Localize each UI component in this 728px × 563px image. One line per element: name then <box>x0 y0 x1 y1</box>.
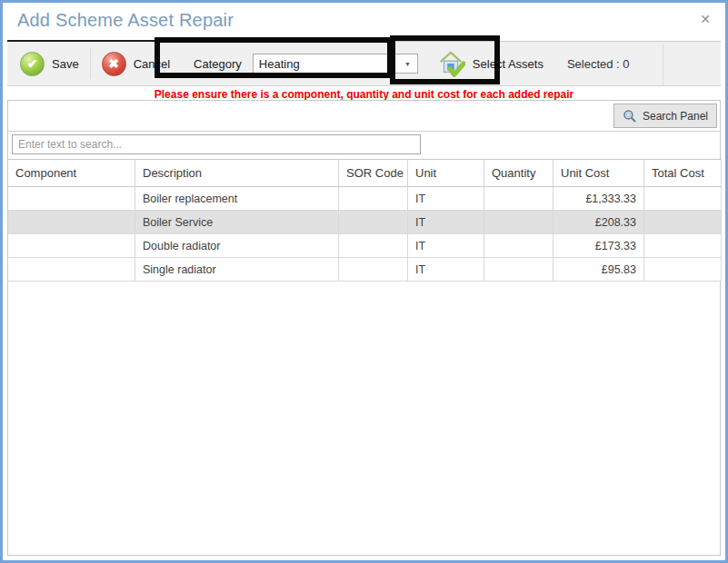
cell-description[interactable]: Double radiator <box>135 234 339 258</box>
cell-total-cost[interactable] <box>644 234 722 258</box>
repairs-table: Component Description SOR Code Unit Quan… <box>7 159 722 282</box>
cell-quantity[interactable] <box>484 211 553 234</box>
table-header-row: Component Description SOR Code Unit Quan… <box>8 160 722 187</box>
save-button[interactable]: ✔ Save <box>16 42 83 85</box>
cell-unit[interactable]: IT <box>408 187 484 211</box>
cell-sor-code[interactable] <box>339 234 408 258</box>
chevron-down-icon[interactable]: ▼ <box>398 61 417 67</box>
column-header-component[interactable]: Component <box>8 160 135 187</box>
cell-unit-cost[interactable]: £173.33 <box>553 234 644 258</box>
save-label: Save <box>52 57 79 71</box>
table-row[interactable]: Single radiator IT £95.83 <box>8 258 722 282</box>
cell-component[interactable] <box>8 211 135 234</box>
search-panel-label: Search Panel <box>643 110 708 123</box>
cell-sor-code[interactable] <box>339 187 408 211</box>
category-dropdown[interactable]: Heating ▼ <box>253 54 418 74</box>
cell-quantity[interactable] <box>484 258 553 282</box>
cell-description[interactable]: Single radiator <box>135 258 339 282</box>
column-header-unit[interactable]: Unit <box>408 160 484 187</box>
column-header-sor-code[interactable]: SOR Code <box>339 160 408 187</box>
search-input[interactable] <box>12 134 421 154</box>
selected-count: Selected : 0 <box>567 57 630 71</box>
cell-component[interactable] <box>8 258 135 282</box>
grid-panel: Search Panel Component Description SOR C… <box>7 100 721 556</box>
warning-message: Please ensure there is a component, quan… <box>3 88 725 101</box>
cell-quantity[interactable] <box>484 187 553 211</box>
table-row[interactable]: Double radiator IT £173.33 <box>8 234 722 258</box>
cross-glyph: ✖ <box>108 56 119 71</box>
toolbar-separator <box>90 48 91 79</box>
table-row[interactable]: Boiler replacement IT £1,333.33 <box>8 187 722 211</box>
category-label: Category <box>194 57 242 71</box>
cell-unit-cost[interactable]: £95.83 <box>553 258 644 282</box>
category-value: Heating <box>254 57 398 71</box>
cell-total-cost[interactable] <box>644 211 722 234</box>
cell-sor-code[interactable] <box>339 258 408 282</box>
house-check-icon <box>436 49 465 78</box>
dialog-add-scheme-asset-repair: Add Scheme Asset Repair ✕ ✔ Save ✖ Cance… <box>0 0 728 563</box>
cell-component[interactable] <box>8 234 135 258</box>
cell-total-cost[interactable] <box>644 258 722 282</box>
table-row[interactable]: Boiler Service IT £208.33 <box>8 211 722 234</box>
select-assets-label: Select Assets <box>473 57 544 71</box>
column-header-unit-cost[interactable]: Unit Cost <box>553 160 644 187</box>
cell-unit[interactable]: IT <box>408 258 484 282</box>
cancel-cross-icon: ✖ <box>102 52 126 76</box>
column-header-description[interactable]: Description <box>135 160 339 187</box>
cell-total-cost[interactable] <box>644 187 722 211</box>
search-panel-button[interactable]: Search Panel <box>613 104 717 128</box>
grid-toolbar-strip: Search Panel <box>8 101 720 132</box>
cell-component[interactable] <box>8 187 135 211</box>
cancel-label: Cancel <box>134 57 170 71</box>
select-assets-button[interactable]: Select Assets <box>433 42 547 85</box>
toolbar-divider <box>663 44 663 85</box>
cell-sor-code[interactable] <box>339 211 408 234</box>
cell-unit[interactable]: IT <box>408 211 484 234</box>
check-glyph: ✔ <box>27 56 38 71</box>
cell-quantity[interactable] <box>484 234 553 258</box>
cell-unit[interactable]: IT <box>408 234 484 258</box>
annotation-line <box>7 40 155 42</box>
page-title: Add Scheme Asset Repair <box>17 10 234 31</box>
cell-unit-cost[interactable]: £1,333.33 <box>553 187 644 211</box>
cell-description[interactable]: Boiler replacement <box>135 187 339 211</box>
cell-description[interactable]: Boiler Service <box>135 211 339 234</box>
column-header-total-cost[interactable]: Total Cost <box>644 160 722 187</box>
search-icon <box>623 109 637 123</box>
save-check-icon: ✔ <box>20 52 45 76</box>
column-header-quantity[interactable]: Quantity <box>484 160 553 187</box>
cancel-button[interactable]: ✖ Cancel <box>98 42 174 85</box>
close-icon[interactable]: ✕ <box>700 13 711 25</box>
cell-unit-cost[interactable]: £208.33 <box>553 211 644 234</box>
toolbar: ✔ Save ✖ Cancel Category Heating ▼ Selec… <box>7 41 721 86</box>
